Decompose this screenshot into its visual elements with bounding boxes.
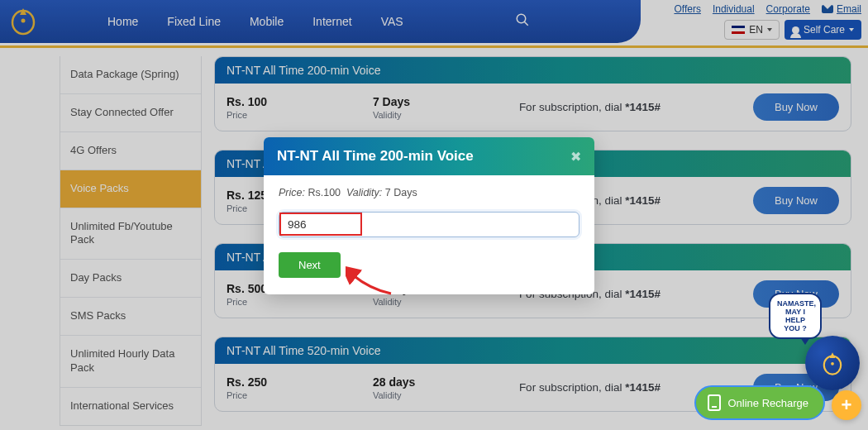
purchase-modal: NT-NT All Time 200-min Voice ✖ Price: Rs…: [264, 137, 594, 294]
phone-number-input[interactable]: [279, 212, 579, 237]
recharge-label: Online Recharge: [727, 397, 808, 409]
online-recharge-button[interactable]: Online Recharge: [694, 385, 825, 420]
plus-icon: +: [842, 396, 852, 414]
phone-icon: [708, 394, 721, 411]
next-button[interactable]: Next: [279, 252, 341, 278]
annotation-arrow: [346, 265, 395, 301]
close-icon[interactable]: ✖: [570, 149, 581, 165]
modal-title: NT-NT All Time 200-min Voice: [277, 148, 474, 165]
svg-point-5: [831, 362, 834, 366]
chat-button[interactable]: [805, 336, 860, 390]
modal-meta: Price: Rs.100 Validity: 7 Days: [279, 187, 579, 198]
add-button[interactable]: +: [832, 390, 861, 420]
chat-bubble: NAMASTE, MAY I HELP YOU ?: [769, 293, 822, 339]
